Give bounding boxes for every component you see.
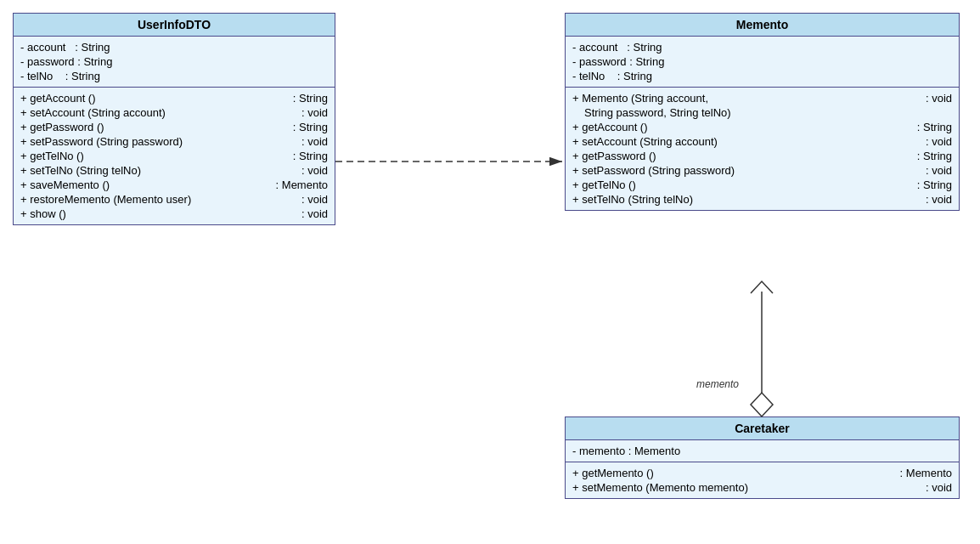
method-restorememento: + restoreMemento (Memento user) : void — [20, 192, 328, 207]
field-telno: - telNo : String — [20, 69, 328, 83]
method-constructor: + Memento (String account, : void — [572, 91, 952, 105]
caretaker-method-getmemento: + getMemento () : Memento — [572, 466, 952, 480]
method-show: + show () : void — [20, 207, 328, 221]
memento-fields: - account : String - password : String -… — [566, 37, 959, 88]
method-gettelno: + getTelNo () : String — [20, 149, 328, 163]
userinfoDTO-class: UserInfoDTO - account : String - passwor… — [13, 13, 335, 225]
caretaker-field-memento: - memento : Memento — [572, 444, 952, 458]
method-setpassword: + setPassword (String password) : void — [20, 134, 328, 149]
caretaker-class: Caretaker - memento : Memento + getMemen… — [565, 416, 960, 499]
userinfoDTO-methods: + getAccount () : String + setAccount (S… — [14, 88, 335, 224]
field-account: - account : String — [20, 40, 328, 54]
memento-methods: + Memento (String account, : void String… — [566, 88, 959, 210]
association-label: memento — [696, 378, 739, 390]
memento-field-password: - password : String — [572, 54, 952, 69]
memento-method-setpassword: + setPassword (String password) : void — [572, 163, 952, 178]
field-password: - password : String — [20, 54, 328, 69]
memento-method-getpassword: + getPassword () : String — [572, 149, 952, 163]
memento-method-setaccount: + setAccount (String account) : void — [572, 134, 952, 149]
memento-method-getaccount: + getAccount () : String — [572, 120, 952, 134]
open-arrowhead — [751, 281, 773, 293]
method-settelno: + setTelNo (String telNo) : void — [20, 163, 328, 178]
method-getaccount: + getAccount () : String — [20, 91, 328, 105]
method-constructor-cont: String password, String telNo) — [572, 105, 952, 120]
diamond-head — [751, 393, 773, 416]
memento-field-account: - account : String — [572, 40, 952, 54]
memento-method-settelno: + setTelNo (String telNo) : void — [572, 192, 952, 207]
method-setaccount: + setAccount (String account) : void — [20, 105, 328, 120]
memento-field-telno: - telNo : String — [572, 69, 952, 83]
method-getpassword: + getPassword () : String — [20, 120, 328, 134]
caretaker-method-setmemento: + setMemento (Memento memento) : void — [572, 480, 952, 495]
caretaker-methods: + getMemento () : Memento + setMemento (… — [566, 462, 959, 498]
diagram-container: UserInfoDTO - account : String - passwor… — [0, 0, 980, 544]
memento-title: Memento — [566, 14, 959, 37]
userinfoDTO-title: UserInfoDTO — [14, 14, 335, 37]
caretaker-fields: - memento : Memento — [566, 440, 959, 462]
caretaker-title: Caretaker — [566, 417, 959, 440]
method-savememento: + saveMemento () : Memento — [20, 178, 328, 192]
memento-class: Memento - account : String - password : … — [565, 13, 960, 211]
userinfoDTO-fields: - account : String - password : String -… — [14, 37, 335, 88]
memento-method-gettelno: + getTelNo () : String — [572, 178, 952, 192]
